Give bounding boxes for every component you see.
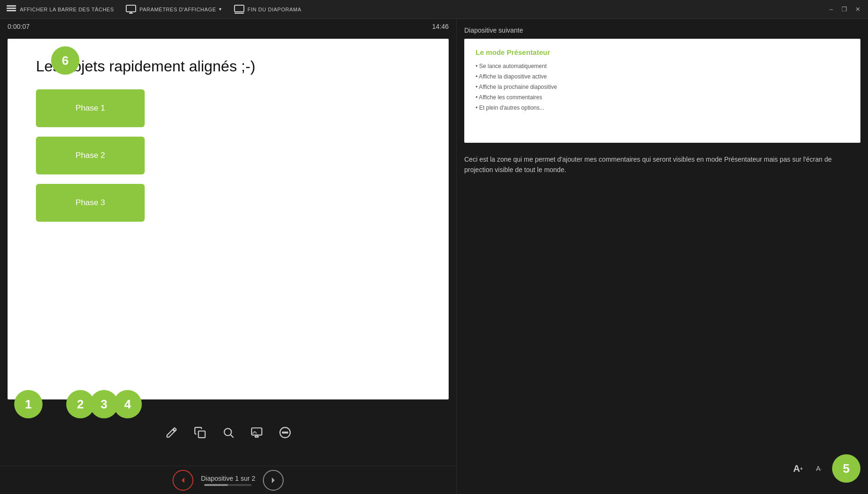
svg-point-9	[224, 428, 231, 435]
timer-display: 0:00:07	[8, 23, 30, 30]
progress-bar-fill	[204, 484, 228, 486]
restore-button[interactable]: ❒	[840, 6, 849, 13]
progress-bar	[204, 484, 252, 486]
display-icon	[125, 4, 137, 15]
end-slideshow-label: FIN DU DIAPORAMA	[248, 7, 302, 12]
phase-2-box: Phase 2	[36, 137, 145, 174]
left-panel: 0:00:07 14:46 6 Les objets rapidement al…	[0, 19, 456, 494]
stop-icon	[234, 4, 245, 15]
next-slide-preview: Le mode Présentateur • Se lance automati…	[464, 39, 860, 143]
slide-title: Les objets rapidement alignés ;-)	[36, 58, 420, 75]
more-options-button[interactable]	[276, 423, 295, 442]
bottom-right-controls: A+ A- 5	[464, 451, 860, 486]
show-taskbar-label: AFFICHER LA BARRE DES TÂCHES	[20, 7, 114, 12]
pen-tool-button[interactable]	[162, 423, 181, 442]
top-menu-bar: AFFICHER LA BARRE DES TÂCHES PARAMÈTRES …	[0, 0, 868, 19]
preview-bullet-1: • Se lance automatiquement	[476, 62, 849, 70]
font-decrease-button[interactable]: A-	[811, 461, 826, 476]
svg-rect-8	[198, 431, 205, 438]
svg-line-10	[230, 435, 233, 438]
next-slide-button[interactable]	[263, 470, 284, 491]
badge-6: 6	[51, 46, 79, 75]
close-button[interactable]: ✕	[853, 6, 862, 13]
slide-content: Les objets rapidement alignés ;-) Phase …	[8, 39, 449, 399]
preview-bullet-5: • Et plein d'autres options...	[476, 104, 849, 112]
preview-bullet-2: • Affiche la diapositive active	[476, 72, 849, 81]
time-display: 14:46	[432, 23, 449, 30]
bottom-toolbar: 1 2 3 4	[0, 404, 456, 466]
navigation-bar: Diapositive 1 sur 2	[0, 466, 456, 494]
display-settings-label: PARAMÈTRES D'AFFICHAGE	[139, 7, 216, 12]
screen-tool-button[interactable]	[247, 423, 266, 442]
end-slideshow-button[interactable]: FIN DU DIAPORAMA	[234, 4, 302, 15]
svg-rect-11	[252, 428, 262, 435]
svg-rect-6	[234, 5, 244, 12]
main-layout: 0:00:07 14:46 6 Les objets rapidement al…	[0, 19, 868, 494]
svg-point-18	[286, 432, 288, 433]
show-taskbar-button[interactable]: AFFICHER LA BARRE DES TÂCHES	[6, 4, 114, 15]
svg-marker-19	[182, 477, 184, 483]
phase-3-box: Phase 3	[36, 184, 145, 222]
number-badges: 1 2 3 4	[14, 390, 142, 418]
badge-4: 4	[113, 390, 142, 418]
svg-point-16	[282, 432, 284, 433]
font-increase-button[interactable]: A+	[790, 461, 806, 476]
slide-info: Diapositive 1 sur 2	[201, 475, 255, 482]
svg-rect-2	[7, 10, 16, 11]
minimize-button[interactable]: ‒	[826, 6, 836, 13]
right-panel: Diapositive suivante Le mode Présentateu…	[456, 19, 868, 494]
slide-header: 0:00:07 14:46	[0, 19, 456, 34]
svg-point-17	[284, 432, 286, 433]
svg-marker-20	[272, 477, 275, 483]
preview-bullet-4: • Affiche les commentaires	[476, 93, 849, 102]
preview-bullet-3: • Affiche la prochaine diapositive	[476, 83, 849, 91]
svg-line-14	[254, 432, 256, 433]
badge-5: 5	[832, 454, 860, 483]
comments-text: Ceci est la zone qui me permet d'ajouter…	[464, 154, 860, 451]
svg-rect-4	[129, 13, 133, 14]
phase-1-box: Phase 1	[36, 89, 145, 127]
svg-rect-3	[126, 5, 136, 12]
svg-rect-1	[7, 8, 16, 9]
chevron-down-icon: ▾	[219, 6, 222, 12]
badge-1: 1	[14, 390, 43, 418]
display-settings-button[interactable]: PARAMÈTRES D'AFFICHAGE ▾	[125, 4, 222, 15]
next-slide-label: Diapositive suivante	[464, 26, 860, 34]
preview-title: Le mode Présentateur	[476, 48, 849, 56]
icon-row	[162, 423, 295, 442]
duplicate-tool-button[interactable]	[191, 423, 209, 442]
svg-rect-0	[7, 5, 16, 7]
window-controls: ‒ ❒ ✕	[826, 6, 862, 13]
taskbar-icon	[6, 4, 17, 15]
prev-slide-button[interactable]	[173, 470, 193, 491]
search-tool-button[interactable]	[219, 423, 238, 442]
svg-rect-5	[130, 12, 132, 13]
